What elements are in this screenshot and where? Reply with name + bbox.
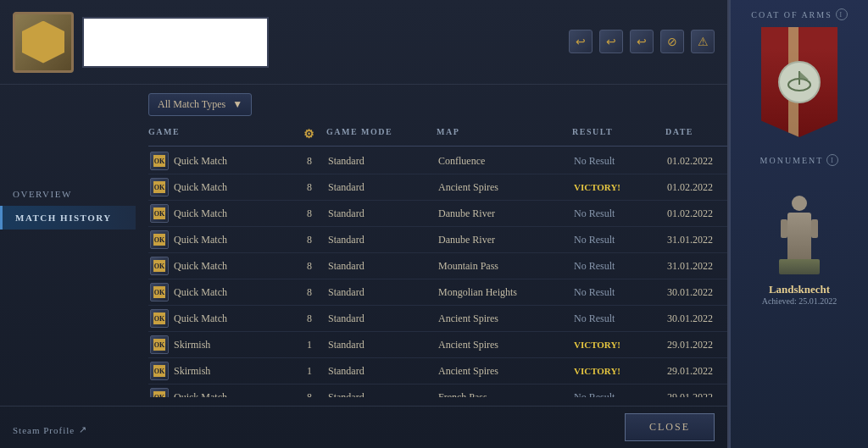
cell-date: 29.01.2022 bbox=[665, 391, 727, 398]
filter-row: All Match Types ▼ bbox=[148, 93, 727, 116]
table-row[interactable]: OK Quick Match 8 Standard Danube River N… bbox=[148, 201, 727, 227]
player-count-icon: ⚙ bbox=[303, 128, 316, 141]
cell-map: French Pass bbox=[437, 391, 572, 398]
cell-players: 8 bbox=[292, 155, 326, 168]
table-row[interactable]: OK Skirmish 1 Standard Ancient Spires VI… bbox=[148, 358, 727, 384]
col-result: Result bbox=[572, 127, 665, 141]
cell-map: Danube River bbox=[437, 207, 572, 220]
undo-icon-1[interactable]: ↩ bbox=[569, 30, 593, 53]
main-content: All Match Types ▼ Game ⚙ Game Mode Map R… bbox=[136, 85, 727, 406]
coat-of-arms-info-icon[interactable]: i bbox=[836, 8, 848, 20]
cell-players: 8 bbox=[292, 181, 326, 194]
cell-game: OK Quick Match bbox=[148, 230, 292, 249]
table-row[interactable]: OK Quick Match 8 Standard Mountain Pass … bbox=[148, 253, 727, 279]
game-icon-inner: OK bbox=[153, 312, 165, 324]
cell-result: No Result bbox=[572, 155, 665, 168]
game-name: Quick Match bbox=[174, 391, 227, 398]
header-icons: ↩ ↩ ↩ ⊘ ⚠ bbox=[569, 30, 715, 53]
monument-title: Monument i bbox=[760, 154, 839, 166]
left-panel: ↩ ↩ ↩ ⊘ ⚠ Overview Match History All Mat… bbox=[0, 0, 729, 448]
banner-emblem bbox=[778, 61, 821, 103]
figure-head bbox=[792, 196, 807, 211]
table-row[interactable]: OK Quick Match 8 Standard French Pass No… bbox=[148, 384, 727, 397]
figure-body bbox=[787, 213, 811, 259]
cell-result: No Result bbox=[572, 260, 665, 273]
steam-profile-link[interactable]: Steam Profile ↗ bbox=[13, 424, 87, 435]
game-name: Quick Match bbox=[174, 207, 227, 220]
cell-game: OK Quick Match bbox=[148, 178, 292, 196]
cell-result: No Result bbox=[572, 391, 665, 398]
game-name: Quick Match bbox=[174, 260, 227, 273]
col-game: Game bbox=[148, 127, 292, 141]
match-type-dropdown[interactable]: All Match Types ▼ bbox=[148, 93, 252, 116]
table-row[interactable]: OK Quick Match 8 Standard Mongolian Heig… bbox=[148, 279, 727, 306]
table-row[interactable]: OK Quick Match 8 Standard Ancient Spires… bbox=[148, 174, 727, 201]
cell-mode: Standard bbox=[326, 181, 437, 194]
table-row[interactable]: OK Skirmish 1 Standard Ancient Spires VI… bbox=[148, 332, 727, 358]
cell-date: 29.01.2022 bbox=[665, 339, 727, 351]
game-name: Quick Match bbox=[174, 155, 227, 168]
table-row[interactable]: OK Quick Match 8 Standard Confluence No … bbox=[148, 148, 727, 174]
game-icon: OK bbox=[150, 152, 169, 170]
player-name-box bbox=[82, 17, 269, 68]
game-icon: OK bbox=[150, 230, 169, 249]
cell-players: 8 bbox=[292, 234, 326, 246]
game-name: Quick Match bbox=[174, 312, 227, 325]
cell-map: Danube River bbox=[437, 234, 572, 246]
figure-arm-left bbox=[781, 219, 787, 238]
cell-date: 29.01.2022 bbox=[665, 365, 727, 378]
cell-players: 8 bbox=[292, 391, 326, 398]
game-name: Quick Match bbox=[174, 286, 227, 299]
coat-of-arms-title: Coat of Arms i bbox=[751, 8, 848, 20]
cell-result: No Result bbox=[572, 286, 665, 299]
cell-map: Ancient Spires bbox=[437, 339, 572, 351]
cell-map: Mongolian Heights bbox=[437, 286, 572, 299]
cell-game: OK Quick Match bbox=[148, 309, 292, 328]
game-icon: OK bbox=[150, 204, 169, 223]
undo-icon-3[interactable]: ↩ bbox=[630, 30, 654, 53]
cell-game: OK Quick Match bbox=[148, 257, 292, 275]
cell-date: 30.01.2022 bbox=[665, 286, 727, 299]
cell-game: OK Quick Match bbox=[148, 388, 292, 397]
cell-mode: Standard bbox=[326, 312, 437, 325]
avatar-emblem bbox=[22, 21, 64, 64]
cell-mode: Standard bbox=[326, 260, 437, 273]
cell-players: 8 bbox=[292, 286, 326, 299]
col-map: Map bbox=[437, 127, 572, 141]
cell-players: 8 bbox=[292, 260, 326, 273]
table-row[interactable]: OK Quick Match 8 Standard Ancient Spires… bbox=[148, 306, 727, 332]
cell-mode: Standard bbox=[326, 339, 437, 351]
right-panel: Coat of Arms i Monument i bbox=[729, 0, 868, 448]
cell-map: Ancient Spires bbox=[437, 181, 572, 194]
sidebar-item-match-history[interactable]: Match History bbox=[0, 206, 136, 230]
game-icon: OK bbox=[150, 257, 169, 275]
footer: Close bbox=[0, 406, 727, 448]
table-row[interactable]: OK Quick Match 8 Standard Danube River N… bbox=[148, 227, 727, 253]
cell-date: 01.02.2022 bbox=[665, 181, 727, 194]
game-icon: OK bbox=[150, 388, 169, 397]
block-icon[interactable]: ⊘ bbox=[660, 30, 684, 53]
cell-map: Ancient Spires bbox=[437, 365, 572, 378]
game-name: Skirmish bbox=[174, 365, 210, 378]
cell-mode: Standard bbox=[326, 207, 437, 220]
figure-pedestal bbox=[779, 259, 820, 274]
monument-info-icon[interactable]: i bbox=[826, 154, 838, 166]
cell-mode: Standard bbox=[326, 286, 437, 299]
alert-icon[interactable]: ⚠ bbox=[691, 30, 715, 53]
match-history-table: Game ⚙ Game Mode Map Result Date OK Quic… bbox=[148, 123, 727, 397]
table-header: Game ⚙ Game Mode Map Result Date bbox=[148, 123, 727, 147]
cell-result: No Result bbox=[572, 312, 665, 325]
sidebar-item-overview[interactable]: Overview bbox=[0, 182, 136, 206]
cell-players: 8 bbox=[292, 207, 326, 220]
close-button[interactable]: Close bbox=[625, 413, 715, 441]
cell-mode: Standard bbox=[326, 391, 437, 398]
monument-section: Monument i Landsknecht Achieved: 25.01.2… bbox=[737, 154, 861, 306]
cell-mode: Standard bbox=[326, 234, 437, 246]
undo-icon-2[interactable]: ↩ bbox=[599, 30, 623, 53]
game-icon: OK bbox=[150, 309, 169, 328]
game-icon-inner: OK bbox=[153, 339, 165, 351]
cell-mode: Standard bbox=[326, 365, 437, 378]
cell-game: OK Quick Match bbox=[148, 283, 292, 301]
cell-result: No Result bbox=[572, 207, 665, 220]
cell-players: 1 bbox=[292, 365, 326, 378]
